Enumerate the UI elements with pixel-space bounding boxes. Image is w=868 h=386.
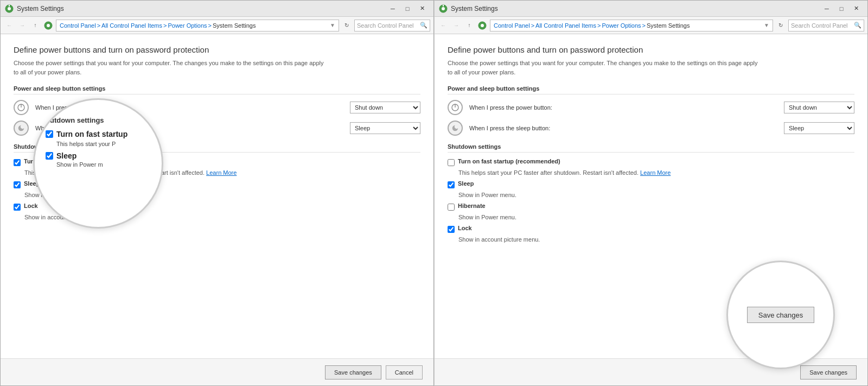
up-button-right[interactable]: ↑ [464,20,475,31]
window-title-right: System Settings [451,5,820,12]
sleep-button-label-left: When I press the sleep button: [35,125,343,131]
sleep-button-row-left: When I press the sleep button: Sleep Hib… [14,121,420,136]
refresh-button-left[interactable]: ↻ [341,20,352,31]
cancel-button-left[interactable]: Cancel [386,365,423,379]
fast-startup-row-left: Turn on fast startup (recommended) [14,158,420,166]
sleep-label-left[interactable]: Sleep [24,180,40,187]
breadcrumb-right[interactable]: Control Panel > All Control Panel Items … [490,20,773,31]
save-changes-button-right[interactable]: Save changes [800,365,857,379]
sleep-desc-left: Show in Power menu. [24,192,420,198]
power-button-row-left: When I press the power button: Shut down… [14,100,420,115]
content-right: Define power buttons and turn on passwor… [435,34,867,358]
breadcrumb-icon-right [478,21,487,30]
close-button-right[interactable]: ✕ [849,3,863,14]
shutdown-section-right: Shutdown settings Turn on fast startup (… [448,143,854,243]
hibernate-desc-right: Show in Power menu. [458,214,854,220]
page-desc-left: Choose the power settings that you want … [14,59,328,77]
save-changes-button-left[interactable]: Save changes [325,365,381,379]
title-controls-left: ─ □ ✕ [386,3,429,14]
search-icon-left[interactable]: 🔍 [420,22,427,29]
svg-point-8 [442,7,445,10]
sleep-button-label-right: When I press the sleep button: [469,125,777,131]
svg-point-11 [481,24,484,27]
lock-checkbox-right[interactable] [448,226,455,233]
breadcrumb-icon-left [44,21,53,30]
close-button-left[interactable]: ✕ [415,3,429,14]
power-button-label-right: When I press the power button: [469,104,777,111]
hibernate-label-right[interactable]: Hibernate [458,203,486,209]
maximize-button-right[interactable]: □ [834,3,848,14]
left-window: System Settings ─ □ ✕ ← → ↑ Control Pane… [0,0,434,386]
sleep-row-left: Sleep [14,180,420,188]
lock-row-left: Lock [14,203,420,211]
breadcrumb-system-settings[interactable]: System Settings [213,22,256,29]
lock-desc-right: Show in account picture menu. [458,236,854,243]
lock-row-right: Lock [448,225,854,233]
power-sleep-section-left: Power and sleep button settings [14,85,420,94]
up-button-left[interactable]: ↑ [30,20,41,31]
content-left: Define power buttons and turn on passwor… [1,34,433,358]
sleep-checkbox-right[interactable] [448,181,455,188]
lock-checkbox-left[interactable] [14,204,21,211]
fast-startup-label-right[interactable]: Turn on fast startup (recommended) [458,158,560,164]
footer-left: Save changes Cancel [1,358,433,385]
back-button-left[interactable]: ← [4,20,15,31]
power-button-row-right: When I press the power button: Shut down… [448,100,854,115]
minimize-button-right[interactable]: ─ [820,3,834,14]
breadcrumb-all-items[interactable]: All Control Panel Items [101,22,162,29]
fast-startup-desc-left: This helps start your PC faster after sh… [24,169,420,176]
fast-startup-desc-right: This helps start your PC faster after sh… [458,169,854,176]
forward-button-left[interactable]: → [17,20,28,31]
breadcrumb-cp-right[interactable]: Control Panel [494,22,530,29]
power-icon-left [14,100,29,115]
sleep-button-row-right: When I press the sleep button: Sleep Hib… [448,121,854,136]
breadcrumb-syssettings-right[interactable]: System Settings [647,22,690,29]
fast-startup-checkbox-right[interactable] [448,159,455,166]
svg-point-1 [8,7,11,10]
search-icon-right[interactable]: 🔍 [854,22,861,29]
fast-startup-label-left[interactable]: Turn on fast startup (recommended) [24,158,126,164]
breadcrumb-power-options[interactable]: Power Options [168,22,207,29]
power-button-dropdown-right[interactable]: Shut down Sleep Hibernate Do nothing [784,102,854,113]
sleep-button-dropdown-left[interactable]: Sleep Hibernate Do nothing [350,122,420,134]
back-button-right[interactable]: ← [438,20,449,31]
title-bar-right: System Settings ─ □ ✕ [435,1,867,17]
search-bar-left: Search Control Panel 🔍 [354,20,430,31]
learn-more-link-right[interactable]: Learn More [640,169,671,176]
search-placeholder-left: Search Control Panel [357,22,420,29]
forward-button-right[interactable]: → [451,20,462,31]
maximize-button-left[interactable]: □ [400,3,414,14]
svg-point-4 [47,24,50,27]
sleep-icon-left [14,121,29,136]
lock-label-right[interactable]: Lock [458,225,472,231]
power-button-dropdown-left[interactable]: Shut down Sleep Hibernate Do nothing [350,102,420,113]
breadcrumb-left[interactable]: Control Panel > All Control Panel Items … [56,20,339,31]
sleep-button-dropdown-right[interactable]: Sleep Hibernate Do nothing [784,122,854,134]
window-icon-right [439,4,448,13]
hibernate-row-right: Hibernate [448,203,854,211]
power-icon-right [448,100,463,115]
lock-label-left[interactable]: Lock [24,203,38,209]
sleep-label-right[interactable]: Sleep [458,180,474,187]
breadcrumb-control-panel[interactable]: Control Panel [60,22,96,29]
learn-more-link-left[interactable]: Learn More [206,169,237,176]
page-title-right: Define power buttons and turn on passwor… [448,45,854,54]
address-bar-right: ← → ↑ Control Panel > All Control Panel … [435,17,867,34]
fast-startup-row-right: Turn on fast startup (recommended) [448,158,854,166]
fast-startup-checkbox-left[interactable] [14,159,21,166]
address-bar-left: ← → ↑ Control Panel > All Control Panel … [1,17,433,34]
hibernate-checkbox-right[interactable] [448,204,455,211]
refresh-button-right[interactable]: ↻ [775,20,786,31]
title-controls-right: ─ □ ✕ [820,3,863,14]
svg-rect-2 [9,5,10,7]
sleep-checkbox-left[interactable] [14,181,21,188]
window-title-left: System Settings [17,5,386,12]
sleep-desc-right: Show in Power menu. [458,192,854,198]
power-button-label-left: When I press the power button: [35,104,343,111]
breadcrumb-power-right[interactable]: Power Options [602,22,641,29]
breadcrumb-all-right[interactable]: All Control Panel Items [535,22,596,29]
power-sleep-section-right: Power and sleep button settings [448,85,854,94]
footer-right: Save changes Cancel [435,358,867,385]
minimize-button-left[interactable]: ─ [386,3,400,14]
search-placeholder-right: Search Control Panel [791,22,854,29]
